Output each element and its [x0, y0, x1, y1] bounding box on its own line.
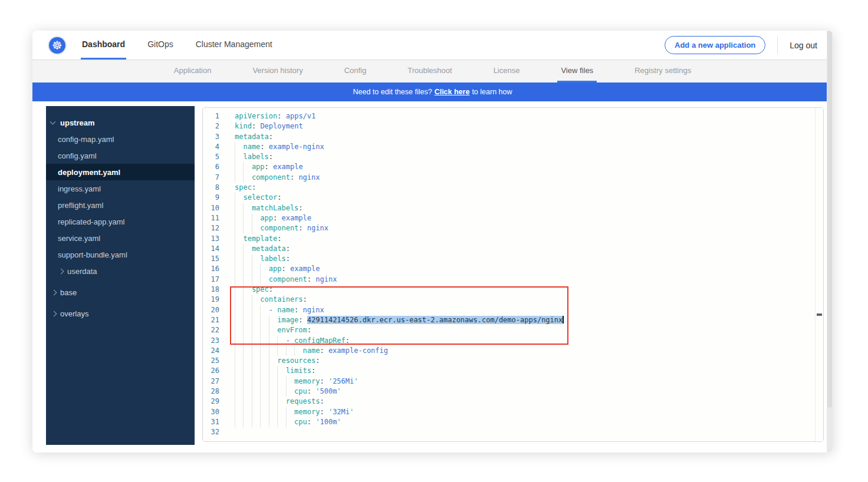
- tab-registry-settings[interactable]: Registry settings: [631, 60, 695, 82]
- code-line: 17component: nginx: [203, 275, 823, 285]
- indent-guide: [235, 417, 243, 427]
- yaml-editor[interactable]: 1apiVersion: apps/v12kind: Deployment3me…: [202, 107, 824, 442]
- indent-guide: [243, 285, 251, 295]
- indent-guide: [243, 295, 251, 305]
- indent-guide: [260, 356, 268, 366]
- editor-scrollbar[interactable]: [815, 108, 823, 441]
- tab-version-history[interactable]: Version history: [249, 60, 306, 82]
- tab-view-files[interactable]: View files: [557, 60, 597, 82]
- tree-item-ingress-yaml[interactable]: ingress.yaml: [46, 180, 195, 197]
- indent-guide: [243, 417, 251, 427]
- tree-item-replicated-app-yaml[interactable]: replicated-app.yaml: [46, 213, 195, 230]
- tab-troubleshoot[interactable]: Troubleshoot: [404, 60, 455, 82]
- tree-item-deployment-yaml[interactable]: deployment.yaml: [46, 164, 195, 180]
- line-content: metadata:: [235, 132, 273, 142]
- tab-application[interactable]: Application: [170, 60, 215, 82]
- code-area[interactable]: 1apiVersion: apps/v12kind: Deployment3me…: [203, 108, 823, 438]
- indent-guide: [235, 173, 243, 183]
- line-content: app: example: [235, 264, 320, 274]
- yaml-key: apiVersion: [235, 112, 277, 120]
- indent-guide: [277, 397, 285, 407]
- tab-config[interactable]: Config: [341, 60, 370, 82]
- line-number: 32: [203, 427, 219, 437]
- yaml-quoted-value: 100m: [320, 418, 337, 426]
- indent-guide: [252, 356, 260, 366]
- yaml-colon: :: [269, 153, 273, 161]
- indent-guide: [243, 377, 251, 387]
- yaml-value: apps/v1: [286, 112, 316, 120]
- tree-item-label: support-bundle.yaml: [58, 250, 127, 259]
- indent-guide: [260, 336, 268, 346]
- tree-item-config-map-yaml[interactable]: config-map.yaml: [46, 131, 195, 147]
- tree-item-service-yaml[interactable]: service.yaml: [46, 230, 195, 246]
- line-content: containers:: [235, 295, 307, 305]
- indent-guide: [277, 387, 285, 397]
- yaml-value: nginx: [303, 306, 324, 314]
- line-number: 20: [203, 305, 219, 315]
- indent-guide: [235, 142, 243, 152]
- text-cursor: [563, 316, 564, 323]
- yaml-key: name: [277, 306, 294, 314]
- yaml-colon: :: [281, 265, 285, 273]
- indent-guide: [252, 315, 260, 325]
- tree-item-config-yaml[interactable]: config.yaml: [46, 147, 195, 164]
- code-line: 29requests:: [203, 397, 823, 407]
- app-subnav: ApplicationVersion historyConfigTroubles…: [32, 60, 833, 82]
- code-line: 31cpu: '100m': [203, 417, 823, 427]
- tree-item-support-bundle-yaml[interactable]: support-bundle.yaml: [46, 246, 195, 263]
- line-number: 22: [203, 325, 219, 335]
- yaml-quote: ': [354, 377, 358, 385]
- header-nav-gitops[interactable]: GitOps: [146, 31, 175, 60]
- yaml-key: component: [260, 224, 298, 232]
- indent-guide: [243, 264, 251, 274]
- indent-guide: [260, 377, 268, 387]
- yaml-value: nginx: [298, 173, 320, 181]
- indent-guide: [269, 346, 277, 356]
- indent-guide: [252, 366, 260, 376]
- chevron-right-icon: [58, 268, 64, 274]
- yaml-key: limits: [286, 367, 311, 375]
- chevron-down-icon: [50, 118, 56, 124]
- indent-guide: [277, 366, 285, 376]
- line-content: component: nginx: [235, 223, 328, 233]
- admin-console-window: ☸ DashboardGitOpsCluster Management Add …: [32, 31, 833, 453]
- indent-guide: [243, 336, 251, 346]
- indent-guide: [243, 387, 251, 397]
- line-content: cpu: '100m': [235, 417, 341, 427]
- window-scrollbar[interactable]: [827, 31, 833, 453]
- line-content: selector:: [235, 193, 281, 203]
- code-token: [303, 316, 307, 324]
- banner-click-here-link[interactable]: Click here: [435, 88, 470, 96]
- tree-item-userdata[interactable]: userdata: [46, 263, 195, 279]
- line-number: 14: [203, 244, 219, 254]
- indent-guide: [243, 407, 251, 417]
- line-content: component: nginx: [235, 173, 320, 183]
- header-nav-cluster-management[interactable]: Cluster Management: [195, 31, 274, 60]
- indent-guide: [235, 356, 243, 366]
- tree-item-overlays[interactable]: overlays: [46, 305, 195, 322]
- line-content: image: 429114214526.dkr.ecr.us-east-2.am…: [235, 315, 564, 325]
- indent-guide: [269, 407, 277, 417]
- indent-guide: [269, 356, 277, 366]
- code-token: [324, 346, 328, 355]
- tree-item-upstream[interactable]: upstream: [46, 114, 195, 131]
- window-scrollbar-thumb[interactable]: [827, 31, 832, 408]
- header-nav-dashboard[interactable]: Dashboard: [81, 31, 126, 60]
- line-content: kind: Deployment: [235, 121, 303, 131]
- file-tree-sidebar: upstreamconfig-map.yamlconfig.yamldeploy…: [46, 106, 195, 445]
- yaml-key: kind: [235, 122, 252, 130]
- tree-item-label: ingress.yaml: [58, 184, 101, 193]
- yaml-key: name: [243, 143, 260, 151]
- code-line: 7component: nginx: [203, 173, 823, 183]
- logout-button[interactable]: Log out: [777, 37, 817, 54]
- tab-license[interactable]: License: [490, 60, 524, 82]
- add-new-application-button[interactable]: Add a new application: [665, 36, 765, 54]
- line-content: component: nginx: [235, 275, 337, 285]
- tree-item-base[interactable]: base: [46, 284, 195, 301]
- yaml-quoted-value: 500m: [320, 387, 337, 395]
- indent-guide: [260, 387, 268, 397]
- tree-item-preflight-yaml[interactable]: preflight.yaml: [46, 197, 195, 213]
- chevron-right-icon: [51, 311, 57, 316]
- indent-guide: [243, 254, 251, 264]
- indent-guide: [269, 397, 277, 407]
